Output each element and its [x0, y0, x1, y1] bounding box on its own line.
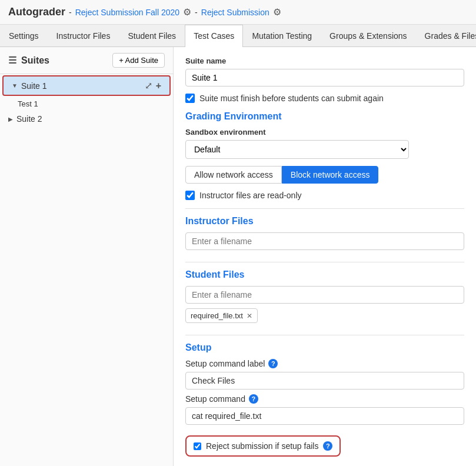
- sidebar: ☰ Suites + Add Suite ▼ Suite 1 ⤢ + Test …: [0, 47, 174, 466]
- setup-command-text: Setup command: [185, 394, 245, 404]
- suite2-arrow: ▶: [8, 116, 13, 122]
- tab-test-cases[interactable]: Test Cases: [185, 25, 243, 47]
- header-sep2: -: [195, 8, 198, 17]
- instructor-readonly-label: Instructor files are read-only: [199, 191, 302, 200]
- suite1-left: ▼ Suite 1: [12, 81, 47, 91]
- setup-command-label-input[interactable]: [185, 372, 464, 390]
- setup-command-label-text: Setup command label: [185, 359, 265, 368]
- tab-student-files[interactable]: Student Files: [119, 25, 185, 46]
- remove-tag-button[interactable]: ✕: [247, 312, 252, 320]
- divider1: [185, 208, 464, 209]
- instructor-readonly-row: Instructor files are read-only: [185, 191, 464, 200]
- finish-before-submit-checkbox[interactable]: [185, 94, 195, 103]
- move-icon[interactable]: ⤢: [145, 80, 152, 91]
- header-sep1: -: [69, 8, 72, 17]
- sandbox-label: Sandbox environment: [185, 128, 464, 137]
- course-link[interactable]: Reject Submission Fall 2020: [75, 8, 179, 17]
- tab-groups-extensions[interactable]: Groups & Extensions: [321, 25, 416, 46]
- finish-before-submit-label: Suite must finish before students can su…: [199, 94, 384, 103]
- sandbox-select[interactable]: Default Docker: [185, 140, 409, 159]
- student-file-tag: required_file.txt ✕: [185, 308, 258, 323]
- nav-tabs: Settings Instructor Files Student Files …: [0, 25, 476, 47]
- block-network-button[interactable]: Block network access: [282, 166, 379, 184]
- setup-command-label-help-icon[interactable]: ?: [268, 359, 278, 368]
- gear-icon-assignment[interactable]: ⚙: [273, 6, 281, 18]
- content-panel: Suite name Suite must finish before stud…: [174, 47, 476, 466]
- add-test-icon[interactable]: +: [156, 81, 161, 91]
- reject-submission-checkbox[interactable]: [194, 442, 201, 450]
- sidebar-title: Suites: [21, 55, 49, 66]
- allow-network-button[interactable]: Allow network access: [185, 166, 282, 184]
- assignment-link[interactable]: Reject Submission: [201, 8, 269, 17]
- student-file-tag-label: required_file.txt: [191, 311, 243, 320]
- grading-env-title: Grading Environment: [185, 111, 464, 122]
- divider3: [185, 335, 464, 335]
- setup-command-input[interactable]: [185, 407, 464, 425]
- network-access-group: Allow network access Block network acces…: [185, 166, 464, 184]
- suite1-label: Suite 1: [21, 81, 47, 91]
- setup-command-field: Setup command ?: [185, 394, 464, 404]
- reject-submission-label: Reject submission if setup fails: [206, 441, 318, 451]
- suite2-left: ▶ Suite 2: [8, 114, 42, 124]
- setup-title: Setup: [185, 342, 464, 353]
- divider2: [185, 262, 464, 262]
- instructor-files-input[interactable]: [185, 232, 464, 250]
- instructor-files-title: Instructor Files: [185, 216, 464, 227]
- reject-submission-box: Reject submission if setup fails ?: [185, 435, 341, 457]
- instructor-readonly-checkbox[interactable]: [185, 191, 195, 200]
- suite1-arrow: ▼: [12, 82, 18, 89]
- suite1-icons: ⤢ +: [145, 80, 161, 91]
- sidebar-item-suite1[interactable]: ▼ Suite 1 ⤢ +: [2, 75, 171, 96]
- setup-command-label-field: Setup command label ?: [185, 359, 464, 368]
- suite-name-label: Suite name: [185, 56, 464, 65]
- tab-mutation-testing[interactable]: Mutation Testing: [243, 25, 321, 46]
- sidebar-item-suite2[interactable]: ▶ Suite 2: [0, 111, 173, 127]
- app-name: Autograder: [8, 6, 65, 18]
- tab-grades-files[interactable]: Grades & Files: [416, 25, 476, 46]
- main-layout: ☰ Suites + Add Suite ▼ Suite 1 ⤢ + Test …: [0, 47, 476, 466]
- gear-icon-course[interactable]: ⚙: [183, 6, 191, 18]
- tab-instructor-files[interactable]: Instructor Files: [48, 25, 119, 46]
- finish-before-submit-row: Suite must finish before students can su…: [185, 94, 464, 103]
- reject-help-icon[interactable]: ?: [323, 441, 332, 451]
- tab-settings[interactable]: Settings: [0, 25, 48, 46]
- suite2-label: Suite 2: [16, 114, 42, 124]
- header: Autograder - Reject Submission Fall 2020…: [0, 0, 476, 25]
- setup-command-help-icon[interactable]: ?: [249, 394, 258, 404]
- student-files-title: Student Files: [185, 269, 464, 280]
- sidebar-header: ☰ Suites + Add Suite: [0, 47, 173, 74]
- student-files-input[interactable]: [185, 286, 464, 304]
- suite-name-input[interactable]: [185, 69, 464, 86]
- hamburger-icon: ☰: [8, 55, 16, 66]
- sidebar-title-area: ☰ Suites: [8, 55, 49, 66]
- add-suite-button[interactable]: + Add Suite: [112, 53, 165, 68]
- sidebar-item-test1[interactable]: Test 1: [0, 97, 173, 111]
